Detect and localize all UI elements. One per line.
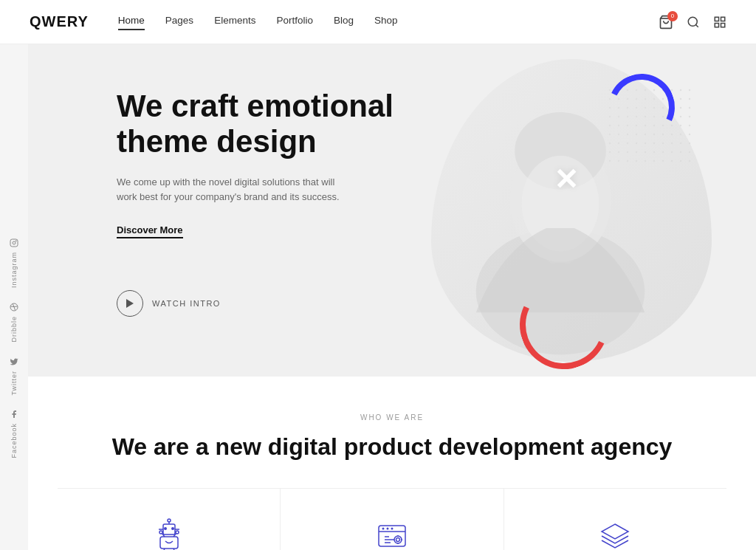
header-icons: 0: [659, 15, 726, 30]
logo[interactable]: QWERY: [30, 13, 89, 30]
nav-shop[interactable]: Shop: [374, 15, 398, 29]
discover-more-button[interactable]: Discover More: [117, 224, 183, 238]
svg-point-28: [171, 527, 174, 530]
sidebar-social: Instagram Dribble Twitter: [0, 89, 28, 550]
feature-card-endless: Endless Possibilities: [58, 489, 281, 550]
watch-intro-button[interactable]: WATCH INTRO: [117, 290, 397, 317]
social-twitter[interactable]: Twitter: [10, 357, 18, 396]
search-button[interactable]: [687, 16, 700, 29]
feature-card-support: Free Updates & Support: [504, 489, 726, 550]
section-tag: WHO WE ARE: [58, 413, 726, 422]
svg-marker-11: [126, 299, 134, 308]
svg-rect-6: [721, 23, 725, 27]
social-instagram[interactable]: Instagram: [10, 238, 18, 288]
watch-intro-label: WATCH INTRO: [152, 299, 221, 308]
feature-card-code: Super Clean Code: [281, 489, 504, 550]
free-updates-support-icon: [596, 515, 634, 550]
main-nav: Home Pages Elements Portfolio Blog Shop: [118, 15, 659, 29]
hero-content: We craft emotional theme design We come …: [117, 89, 397, 317]
cart-badge: 0: [667, 11, 678, 21]
social-facebook[interactable]: Facebook: [10, 410, 18, 458]
svg-point-1: [688, 17, 697, 26]
site-header: QWERY Home Pages Elements Portfolio Blog…: [0, 0, 756, 44]
svg-point-35: [382, 527, 384, 529]
svg-rect-5: [715, 23, 718, 27]
endless-possibilities-icon: [150, 515, 188, 550]
section-title: We are a new digital product development…: [58, 432, 726, 461]
svg-point-42: [396, 537, 399, 541]
who-section: WHO WE ARE We are a new digital product …: [28, 377, 756, 550]
svg-point-32: [176, 531, 179, 534]
nav-blog[interactable]: Blog: [334, 15, 354, 29]
svg-point-9: [16, 241, 16, 241]
svg-point-21: [168, 519, 171, 522]
nav-pages[interactable]: Pages: [165, 15, 193, 29]
nav-elements[interactable]: Elements: [214, 15, 255, 29]
svg-rect-4: [721, 17, 725, 21]
hero-image-area: ✕: [343, 44, 756, 377]
nav-portfolio[interactable]: Portfolio: [276, 15, 313, 29]
super-clean-code-icon: [373, 515, 411, 550]
svg-point-8: [13, 241, 16, 244]
nav-home[interactable]: Home: [118, 15, 145, 29]
svg-point-41: [394, 536, 402, 543]
svg-point-31: [159, 531, 162, 534]
play-icon: [117, 290, 143, 317]
social-dribble[interactable]: Dribble: [10, 303, 18, 343]
hero-title: We craft emotional theme design: [117, 89, 397, 160]
svg-point-27: [164, 527, 167, 530]
instagram-label: Instagram: [10, 252, 18, 288]
svg-line-2: [695, 24, 698, 27]
feature-cards: Endless Possibilities: [58, 488, 726, 550]
twitter-label: Twitter: [10, 371, 18, 396]
cross-mark: ✕: [554, 162, 579, 196]
grid-menu-button[interactable]: [713, 16, 726, 29]
hero-description: We come up with the novel digital soluti…: [117, 175, 346, 206]
svg-point-37: [391, 527, 393, 529]
svg-rect-3: [715, 17, 718, 21]
dribble-label: Dribble: [10, 316, 18, 343]
cart-button[interactable]: 0: [659, 15, 673, 30]
hero-section: We craft emotional theme design We come …: [28, 44, 756, 377]
svg-point-36: [386, 527, 388, 529]
facebook-label: Facebook: [10, 423, 18, 458]
svg-rect-7: [10, 239, 18, 247]
svg-marker-47: [602, 524, 628, 539]
